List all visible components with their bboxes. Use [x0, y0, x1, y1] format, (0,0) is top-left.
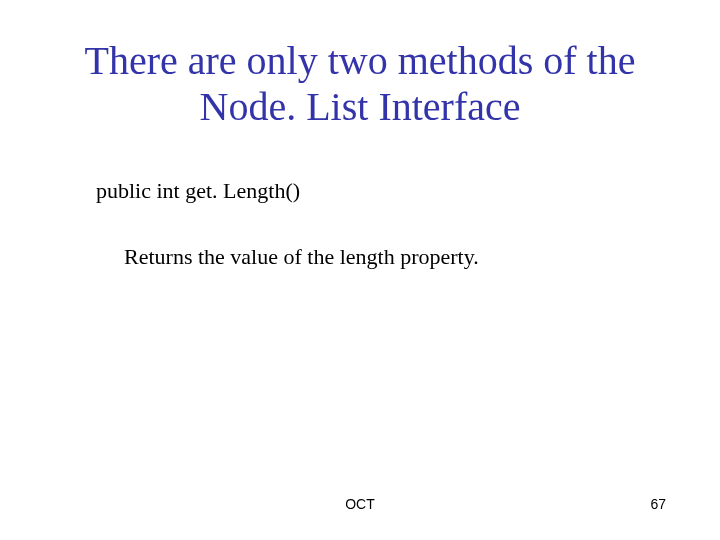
slide: There are only two methods of the Node. … [0, 0, 720, 540]
footer-center-label: OCT [0, 496, 720, 512]
page-number: 67 [650, 496, 666, 512]
method-description: Returns the value of the length property… [124, 244, 660, 270]
slide-title: There are only two methods of the Node. … [60, 38, 660, 130]
method-signature: public int get. Length() [96, 178, 660, 204]
